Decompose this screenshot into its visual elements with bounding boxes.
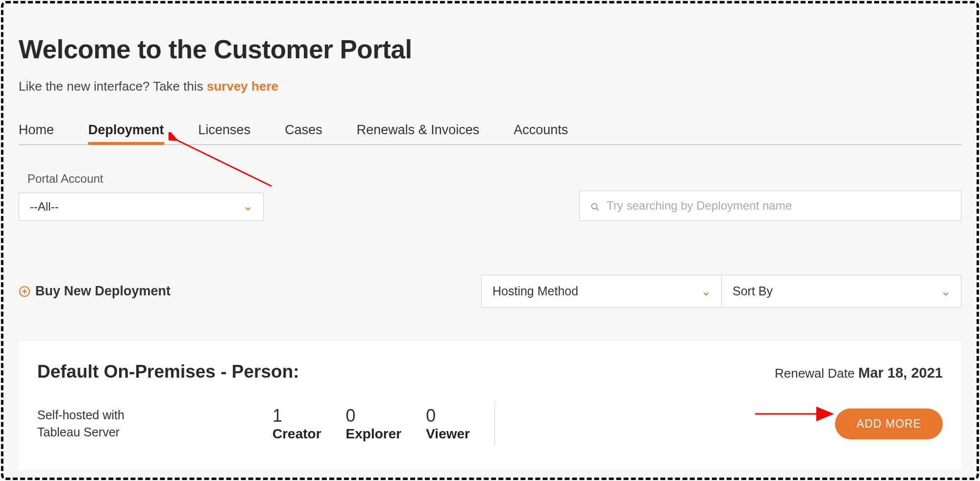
portal-account-select[interactable]: --All--	[19, 192, 264, 221]
tab-cases[interactable]: Cases	[285, 119, 322, 144]
stat-explorer: 0 Explorer	[346, 406, 402, 442]
explorer-label: Explorer	[346, 426, 402, 442]
svg-line-1	[596, 208, 599, 211]
renewal-info: Renewal Date Mar 18, 2021	[775, 365, 943, 381]
tab-licenses[interactable]: Licenses	[198, 119, 251, 144]
chevron-down-icon	[941, 287, 950, 296]
stat-creator: 1 Creator	[272, 406, 321, 442]
buy-new-label: Buy New Deployment	[35, 284, 171, 299]
renewal-date: Mar 18, 2021	[858, 365, 943, 381]
creator-label: Creator	[272, 426, 321, 442]
tab-deployment[interactable]: Deployment	[88, 119, 164, 144]
stat-viewer: 0 Viewer	[426, 406, 470, 442]
search-input[interactable]	[607, 199, 950, 213]
search-box[interactable]	[579, 191, 961, 221]
hosting-line1: Self-hosted with	[37, 407, 272, 424]
portal-account-value: --All--	[30, 200, 59, 214]
svg-point-0	[591, 203, 597, 209]
hosting-method-label: Hosting Method	[492, 284, 578, 298]
page-title: Welcome to the Customer Portal	[19, 34, 961, 64]
chevron-down-icon	[702, 287, 710, 296]
search-icon	[590, 201, 600, 211]
deployment-title: Default On-Premises - Person:	[37, 361, 299, 382]
creator-count: 1	[272, 406, 321, 426]
hosting-line2: Tableau Server	[37, 424, 272, 441]
divider	[494, 402, 495, 446]
renewal-label: Renewal Date	[775, 366, 858, 381]
buy-new-deployment-link[interactable]: Buy New Deployment	[19, 284, 171, 299]
tab-accounts[interactable]: Accounts	[514, 119, 568, 144]
add-more-button[interactable]: ADD MORE	[835, 409, 943, 439]
survey-link[interactable]: survey here	[207, 79, 278, 94]
portal-account-label: Portal Account	[27, 172, 264, 186]
subtitle: Like the new interface? Take this survey…	[19, 79, 961, 94]
hosting-info: Self-hosted with Tableau Server	[37, 407, 272, 441]
tab-home[interactable]: Home	[19, 119, 54, 144]
tabs-nav: Home Deployment Licenses Cases Renewals …	[19, 119, 961, 145]
sort-by-select[interactable]: Sort By	[721, 275, 961, 308]
tab-renewals[interactable]: Renewals & Invoices	[357, 119, 480, 144]
explorer-count: 0	[346, 406, 402, 426]
viewer-count: 0	[426, 406, 470, 426]
deployment-card: Default On-Premises - Person: Renewal Da…	[19, 342, 961, 469]
plus-circle-icon	[19, 286, 30, 297]
chevron-down-icon	[244, 202, 252, 211]
hosting-method-select[interactable]: Hosting Method	[481, 275, 721, 308]
subtitle-text: Like the new interface? Take this	[19, 79, 207, 94]
viewer-label: Viewer	[426, 426, 470, 442]
sort-by-label: Sort By	[733, 284, 773, 298]
